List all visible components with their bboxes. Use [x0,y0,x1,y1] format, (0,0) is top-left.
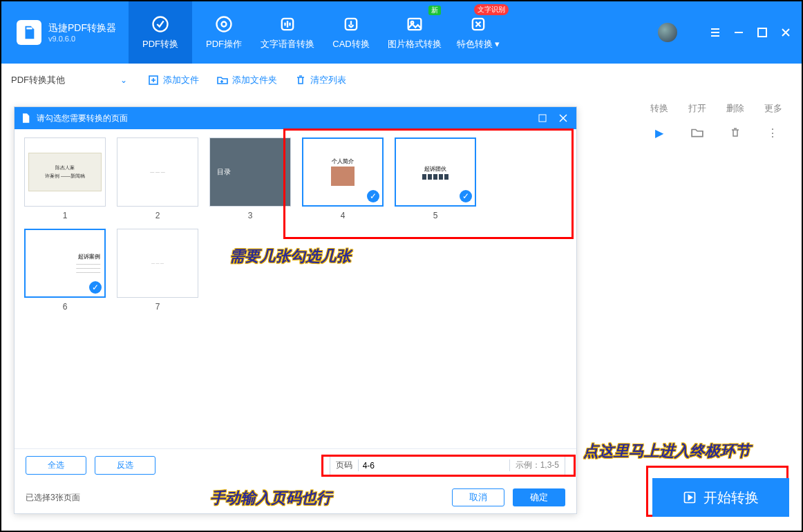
tab-label: PDF转换 [142,38,178,50]
page-thumb-7[interactable]: — — — [117,229,198,298]
tab-pdf-operate[interactable]: PDF操作 [192,1,256,64]
dialog-close-icon[interactable] [556,111,571,126]
page-number: 3 [248,211,253,220]
maximize-icon[interactable] [756,26,768,39]
chevron-down-icon: ▾ [495,39,500,49]
svg-rect-0 [26,28,32,30]
tab-label: PDF操作 [206,38,242,50]
row-more-icon[interactable]: ⋮ [766,126,780,140]
annotation-2: 手动输入页码也行 [210,488,332,509]
col-more: 更多 [764,102,782,115]
tab-text-voice[interactable]: 文字语音转换 [256,1,319,64]
app-name: 迅捷PDF转换器 [48,22,116,35]
app-version: v9.0.6.0 [48,35,116,43]
title-bar: 迅捷PDF转换器 v9.0.6.0 PDF转换 PDF操作 文字语音转换 CAD… [1,1,802,64]
tab-label: 文字语音转换 [261,38,314,50]
tab-pdf-convert[interactable]: PDF转换 [129,1,192,64]
check-icon: ✓ [89,281,102,294]
header-right [658,1,802,64]
minimize-icon[interactable] [733,26,745,39]
tab-special-convert[interactable]: 文字识别 特色转换 ▾ [446,1,510,64]
add-folder-button[interactable]: 添加文件夹 [217,74,277,86]
start-convert-button[interactable]: 开始转换 [652,478,789,517]
sub-toolbar: PDF转换其他 ⌄ 添加文件 添加文件夹 清空列表 [1,64,802,97]
ocr-badge: 文字识别 [474,4,509,15]
tab-label: 图片格式转换 [388,38,442,50]
row-delete-icon[interactable] [728,126,742,140]
svg-rect-9 [758,28,766,37]
invert-select-button[interactable]: 反选 [95,456,155,475]
ok-button[interactable]: 确定 [513,488,565,506]
tab-image-convert[interactable]: 新 图片格式转换 [383,1,446,64]
page-number: 6 [63,302,68,312]
app-logo-area: 迅捷PDF转换器 v9.0.6.0 [1,1,129,64]
file-action-column: 转换 打开 删除 更多 ▶ ⋮ [640,102,792,140]
annotation-3: 点这里马上进入终极环节 [583,441,750,462]
tab-cad-convert[interactable]: CAD转换 [319,1,383,64]
col-delete: 删除 [726,102,744,115]
sidebar-header[interactable]: PDF转换其他 ⌄ [11,74,134,86]
dialog-title: 请勾选您需要转换的页面 [37,113,128,124]
page-number: 1 [63,211,68,220]
add-file-button[interactable]: 添加文件 [148,74,199,86]
menu-icon[interactable] [709,26,721,39]
play-icon [683,491,697,504]
main-tabs: PDF转换 PDF操作 文字语音转换 CAD转换 新 图片格式转换 文字识别 特… [129,1,510,64]
app-logo-icon [20,113,31,124]
tab-label: CAD转换 [332,38,369,50]
page-thumb-3[interactable]: 目录 [209,137,291,207]
tab-label: 特色转换 [457,39,493,49]
cancel-button[interactable]: 取消 [452,488,504,506]
avatar[interactable] [658,23,677,42]
row-convert-icon[interactable]: ▶ [652,126,666,140]
new-badge: 新 [428,6,441,15]
dialog-maximize-icon[interactable] [535,111,550,126]
page-thumb-2[interactable]: — — — [117,137,198,207]
annotation-frame-1 [283,129,574,239]
dialog-titlebar: 请勾选您需要转换的页面 [15,107,576,129]
col-open: 打开 [688,102,706,115]
page-number: 7 [155,302,160,312]
row-open-icon[interactable] [690,126,704,140]
clear-list-button[interactable]: 清空列表 [295,74,346,86]
select-all-button[interactable]: 全选 [26,456,86,475]
svg-rect-6 [408,19,422,30]
page-thumb-6[interactable]: 起诉案例————————————————————— ✓ [24,229,106,298]
svg-point-2 [217,17,232,32]
svg-rect-11 [539,115,546,122]
annotation-1: 需要几张勾选几张 [229,246,351,267]
col-convert: 转换 [650,102,668,115]
start-convert-label: 开始转换 [703,488,759,507]
page-number: 2 [155,211,160,220]
close-icon[interactable] [780,26,792,39]
svg-point-3 [222,22,227,27]
sidebar-title: PDF转换其他 [11,74,65,86]
chevron-down-icon: ⌄ [120,75,127,85]
selection-status: 已选择3张页面 [26,492,80,504]
page-thumb-1[interactable]: 陈杰人案许案例 ——新闻稿 [24,137,106,207]
annotation-frame-2 [321,455,576,477]
app-logo-icon [17,20,41,45]
